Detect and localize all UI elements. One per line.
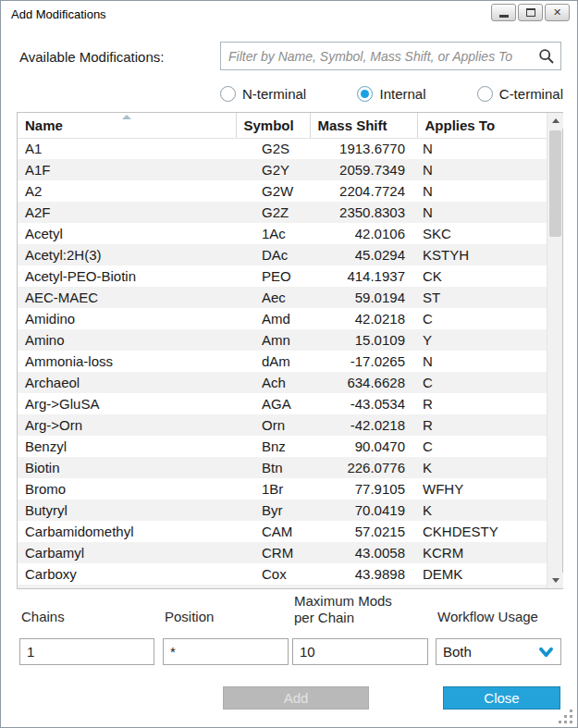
table-row[interactable]: ArchaeolAch634.6628C: [18, 372, 547, 393]
table-row[interactable]: CarbamylCRM43.0058KCRM: [18, 542, 547, 563]
cell-sym: Orn: [236, 414, 310, 436]
table-row[interactable]: Arg->GluSAAGA-43.0534R: [18, 393, 547, 414]
cell-num: 59.0194: [310, 287, 417, 308]
cell-num: 1913.6770: [310, 138, 417, 159]
close-window-button[interactable]: ✕: [545, 4, 570, 21]
cell-app: CK: [417, 265, 547, 287]
resize-grip[interactable]: [559, 709, 572, 723]
table-row[interactable]: AEC-MAECAec59.0194ST: [18, 287, 547, 308]
column-header-symbol[interactable]: Symbol: [236, 113, 310, 138]
cell-num: 42.0106: [310, 223, 417, 244]
cell-num: 57.0215: [310, 521, 417, 542]
position-label: Position: [165, 609, 214, 624]
table-row[interactable]: ButyrylByr70.0419K: [18, 500, 547, 521]
cell-sym: Amd: [236, 308, 310, 329]
table-row[interactable]: Acetyl:2H(3)DAc45.0294KSTYH: [18, 244, 547, 265]
available-modifications-label: Available Modifications:: [19, 49, 164, 65]
cell-num: 2350.8303: [310, 202, 417, 223]
cell-app: CKW: [417, 585, 547, 588]
vertical-scrollbar[interactable]: [547, 113, 562, 588]
table-row[interactable]: BenzylBnz90.0470C: [18, 436, 547, 457]
cell-name: Carbamidomethyl: [18, 521, 236, 542]
table-row[interactable]: A1FG2Y2059.7349N: [18, 159, 547, 180]
cell-sym: G2Z: [236, 202, 310, 223]
table-row-partial[interactable]: CarboxymethylCmc58.0055CKW: [18, 585, 547, 588]
radio-label: C-terminal: [499, 86, 563, 102]
maximize-icon: [526, 8, 535, 17]
cell-app: N: [417, 138, 547, 159]
titlebar[interactable]: Add Modifications ✕: [1, 1, 577, 29]
table-row[interactable]: A2FG2Z2350.8303N: [18, 202, 547, 223]
radio-circle-icon: [220, 86, 236, 102]
cell-num: 414.1937: [310, 265, 417, 287]
cell-name: Biotin: [18, 457, 236, 478]
cell-name: Butyryl: [18, 500, 236, 521]
radio-circle-icon: [477, 86, 493, 102]
cell-name: Acetyl-PEO-Biotin: [18, 265, 236, 287]
terminal-radio-group: N-terminalInternalC-terminal: [220, 84, 563, 103]
filter-input[interactable]: [221, 43, 538, 69]
cell-sym: Cox: [236, 563, 310, 585]
column-header-applies-to[interactable]: Applies To: [417, 113, 547, 138]
cell-sym: 1Br: [236, 478, 310, 500]
column-header-name[interactable]: Name: [18, 113, 236, 138]
cell-num: 45.0294: [310, 244, 417, 265]
table-row[interactable]: CarboxyCox43.9898DEMK: [18, 563, 547, 585]
maximize-button[interactable]: [518, 4, 543, 21]
cell-app: C: [417, 372, 547, 393]
table-row[interactable]: Bromo1Br77.9105WFHY: [18, 478, 547, 500]
table-row[interactable]: A1G2S1913.6770N: [18, 138, 547, 159]
radio-c-terminal[interactable]: C-terminal: [477, 86, 563, 102]
cell-name: Ammonia-loss: [18, 351, 236, 372]
table-row[interactable]: Ammonia-lossdAm-17.0265N: [18, 351, 547, 372]
table-row[interactable]: A2G2W2204.7724N: [18, 180, 547, 202]
position-input[interactable]: [163, 638, 289, 665]
add-button[interactable]: Add: [223, 686, 369, 709]
cell-name: Carboxy: [18, 563, 236, 585]
scroll-up-button[interactable]: [547, 113, 563, 129]
cell-app: Y: [417, 329, 547, 351]
radio-internal[interactable]: Internal: [357, 86, 425, 102]
workflow-usage-value: Both: [443, 644, 472, 660]
cell-app: C: [417, 436, 547, 457]
cell-num: 58.0055: [310, 585, 417, 588]
modifications-table: Name Symbol Mass Shift Applies To A1G2S: [17, 112, 563, 589]
cell-num: 15.0109: [310, 329, 417, 351]
table-row[interactable]: BiotinBtn226.0776K: [18, 457, 547, 478]
scroll-down-icon: [552, 578, 560, 583]
table-row[interactable]: AmidinoAmd42.0218C: [18, 308, 547, 329]
cell-app: CKHDESTY: [417, 521, 547, 542]
table-row[interactable]: Acetyl1Ac42.0106SKC: [18, 223, 547, 244]
cell-num: 2059.7349: [310, 159, 417, 180]
cell-sym: DAc: [236, 244, 310, 265]
table-row[interactable]: Arg->OrnOrn-42.0218R: [18, 414, 547, 436]
cell-num: 43.9898: [310, 563, 417, 585]
scrollbar-thumb[interactable]: [549, 130, 561, 237]
chains-input[interactable]: [19, 638, 154, 665]
max-mods-input[interactable]: [292, 638, 428, 665]
column-header-mass-shift[interactable]: Mass Shift: [310, 113, 417, 138]
search-icon[interactable]: [538, 48, 555, 65]
cell-sym: Aec: [236, 287, 310, 308]
table-row[interactable]: Acetyl-PEO-BiotinPEO414.1937CK: [18, 265, 547, 287]
close-button[interactable]: Close: [443, 686, 560, 709]
scroll-down-button[interactable]: [547, 573, 563, 588]
cell-sym: Byr: [236, 500, 310, 521]
cell-num: 70.0419: [310, 500, 417, 521]
cell-app: ST: [417, 287, 547, 308]
cell-app: KSTYH: [417, 244, 547, 265]
cell-sym: G2S: [236, 138, 310, 159]
cell-num: 90.0470: [310, 436, 417, 457]
chains-label: Chains: [21, 609, 65, 624]
table-row[interactable]: AminoAmn15.0109Y: [18, 329, 547, 351]
table-row[interactable]: CarbamidomethylCAM57.0215CKHDESTY: [18, 521, 547, 542]
workflow-usage-select[interactable]: Both: [436, 638, 561, 665]
filter-box: [220, 42, 561, 70]
cell-name: Carboxymethyl: [18, 585, 236, 588]
cell-name: Benzyl: [18, 436, 236, 457]
radio-n-terminal[interactable]: N-terminal: [220, 86, 306, 102]
cell-app: N: [417, 180, 547, 202]
minimize-button[interactable]: [491, 4, 516, 21]
cell-sym: G2W: [236, 180, 310, 202]
max-mods-label: Maximum Mods per Chain: [294, 593, 407, 626]
